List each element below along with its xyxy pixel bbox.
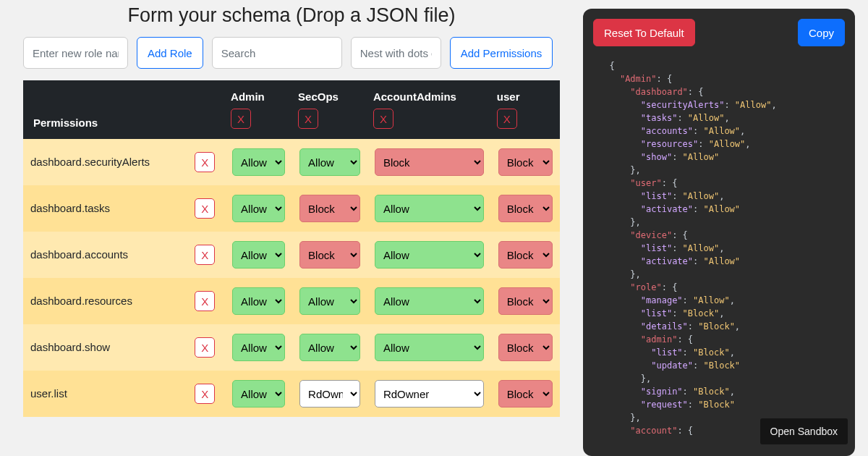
permission-select[interactable]: Block xyxy=(299,195,360,222)
permission-name: dashboard.show xyxy=(30,341,110,353)
permission-select[interactable]: Block xyxy=(498,287,553,315)
delete-role-accountadmins-button[interactable]: X xyxy=(373,109,393,129)
permission-select[interactable]: Block xyxy=(299,241,360,269)
permission-name: user.list xyxy=(30,387,67,400)
role-header-user: user xyxy=(497,90,520,103)
open-sandbox-button[interactable]: Open Sandbox xyxy=(760,418,848,444)
table-row: dashboard.securityAlertsXAllowAllowBlock… xyxy=(23,139,560,185)
delete-permission-button[interactable]: X xyxy=(195,337,215,358)
permission-select[interactable]: Allow xyxy=(375,195,484,222)
reset-button[interactable]: Reset To Default xyxy=(593,19,695,46)
delete-role-admin-button[interactable]: X xyxy=(231,109,251,129)
table-row: dashboard.showXAllowAllowAllowBlock xyxy=(23,324,560,371)
role-header-admin: Admin xyxy=(231,90,265,103)
permission-name: dashboard.securityAlerts xyxy=(30,156,150,168)
permission-select[interactable]: Allow xyxy=(232,195,285,222)
permission-select[interactable]: Block xyxy=(498,380,553,408)
search-input[interactable] xyxy=(212,37,342,69)
delete-permission-button[interactable]: X xyxy=(195,245,215,265)
permission-select[interactable]: Allow xyxy=(375,241,484,269)
table-row: dashboard.tasksXAllowBlockAllowBlock xyxy=(23,185,560,232)
role-header-secops: SecOps xyxy=(298,90,339,103)
permission-select[interactable]: Allow xyxy=(232,334,285,361)
permission-select[interactable]: Allow xyxy=(232,380,285,408)
permission-select[interactable]: Allow xyxy=(375,334,484,361)
permission-path-input[interactable] xyxy=(351,37,441,69)
permission-name: dashboard.resources xyxy=(30,295,132,307)
permission-select[interactable]: RdOwner xyxy=(375,380,484,408)
permission-select[interactable]: Allow xyxy=(232,287,285,315)
permission-select[interactable]: Block xyxy=(498,195,553,222)
delete-permission-button[interactable]: X xyxy=(195,384,215,404)
permission-select[interactable]: Block xyxy=(375,148,484,176)
permission-select[interactable]: Block xyxy=(498,334,553,361)
permissions-table: Permissions Admin X SecOps X xyxy=(23,80,560,417)
permissions-header: Permissions xyxy=(23,80,187,139)
permission-select[interactable]: RdOwner xyxy=(299,380,360,408)
permission-select[interactable]: Allow xyxy=(299,334,360,361)
permission-select[interactable]: Allow xyxy=(299,148,360,176)
json-code-block: { "Admin": { "dashboard": { "securityAle… xyxy=(593,59,845,437)
copy-button[interactable]: Copy xyxy=(798,19,845,46)
add-permissions-button[interactable]: Add Permissions xyxy=(450,37,553,69)
permission-select[interactable]: Allow xyxy=(299,287,360,315)
table-row: user.listXAllowRdOwnerRdOwnerBlock xyxy=(23,371,560,417)
table-row: dashboard.accountsXAllowBlockAllowBlock xyxy=(23,232,560,278)
delete-permission-button[interactable]: X xyxy=(195,291,215,311)
table-row: dashboard.resourcesXAllowAllowAllowBlock xyxy=(23,278,560,324)
delete-role-secops-button[interactable]: X xyxy=(298,109,318,129)
delete-permission-button[interactable]: X xyxy=(195,152,215,172)
role-name-input[interactable] xyxy=(23,37,128,69)
delete-role-user-button[interactable]: X xyxy=(497,109,517,129)
permission-name: dashboard.accounts xyxy=(30,248,128,261)
page-title: Form your schema (Drop a JSON file) xyxy=(23,4,560,27)
role-header-accountadmins: AccountAdmins xyxy=(373,90,456,103)
delete-permission-button[interactable]: X xyxy=(195,198,215,219)
add-role-button[interactable]: Add Role xyxy=(137,37,203,69)
permission-select[interactable]: Allow xyxy=(232,148,285,176)
json-output-panel: Reset To Default Copy { "Admin": { "dash… xyxy=(583,9,855,456)
permission-select[interactable]: Allow xyxy=(375,287,484,315)
permission-name: dashboard.tasks xyxy=(30,202,110,214)
permission-select[interactable]: Block xyxy=(498,241,553,269)
permission-select[interactable]: Block xyxy=(498,148,553,176)
permission-select[interactable]: Allow xyxy=(232,241,285,269)
toolbar: Add Role Add Permissions xyxy=(23,37,560,69)
